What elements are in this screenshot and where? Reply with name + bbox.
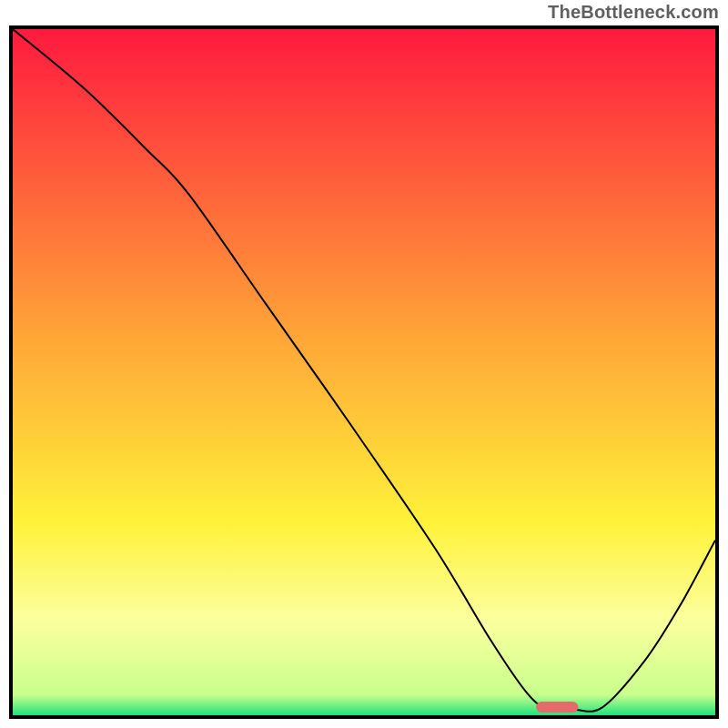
chart-background [13,29,715,715]
bottleneck-chart [13,29,715,715]
chart-frame [9,25,719,719]
watermark-text: TheBottleneck.com [548,2,719,23]
optimal-marker [536,702,578,713]
